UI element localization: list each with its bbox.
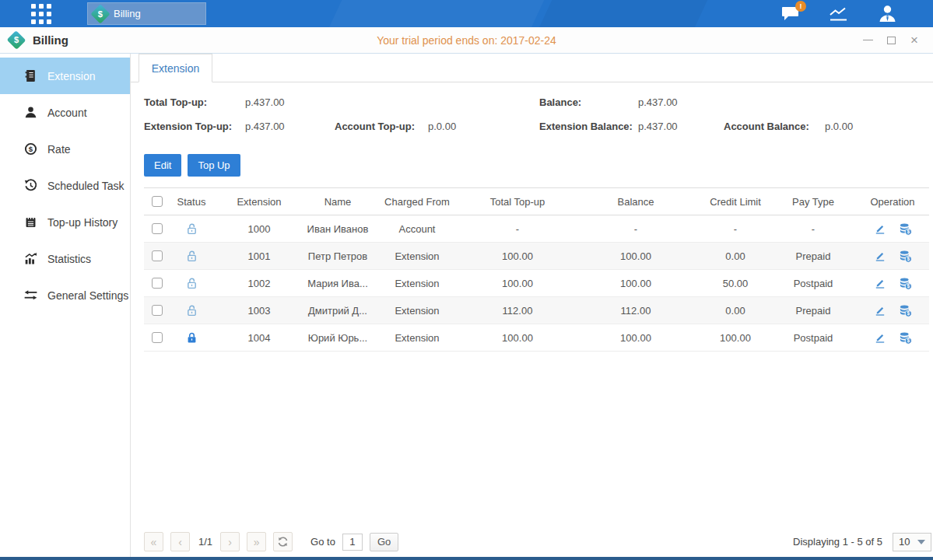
balance-cell: 100.00 (571, 324, 700, 351)
apps-grid-icon[interactable] (29, 2, 54, 26)
table-row: 1000 Иван Иванов Account - - - - $ (144, 215, 929, 243)
unlocked-icon[interactable] (185, 304, 198, 317)
sidebar-item-extension[interactable]: Extension (0, 58, 130, 94)
top-up-icon[interactable]: $ (899, 304, 912, 317)
column-balance: Balance (571, 188, 700, 215)
row-checkbox[interactable] (152, 250, 163, 261)
sidebar-item-topup-history[interactable]: Top-up History (0, 204, 130, 240)
balance-cell: - (571, 215, 700, 242)
row-checkbox[interactable] (152, 278, 163, 289)
messages-icon[interactable]: ! (781, 5, 801, 22)
notebook-icon (23, 215, 37, 229)
top-up-icon[interactable]: $ (899, 277, 912, 290)
window-titlebar: $ Billing Your trial period ends on: 201… (0, 27, 933, 54)
next-page-button[interactable]: › (220, 532, 240, 551)
sidebar-item-label: Statistics (47, 253, 91, 265)
svg-text:$: $ (907, 256, 910, 262)
name-cell: Дмитрий Д... (305, 297, 370, 324)
top-up-icon[interactable]: $ (899, 222, 912, 236)
bar-chart-icon (23, 252, 37, 265)
sidebar-item-rate[interactable]: $ Rate (0, 131, 130, 167)
edit-icon[interactable] (874, 277, 886, 289)
account-balance-value: p.0.00 (825, 121, 853, 132)
total-topup-cell: 100.00 (464, 324, 571, 351)
pay-type-cell: - (770, 215, 856, 242)
statistics-chart-icon[interactable] (829, 5, 850, 23)
locked-icon[interactable] (185, 331, 198, 345)
user-icon[interactable] (878, 5, 897, 23)
charged-from-cell: Extension (370, 297, 464, 324)
sidebar-item-statistics[interactable]: Statistics (0, 240, 130, 277)
extension-cell: 1000 (213, 215, 305, 242)
edit-icon[interactable] (874, 304, 886, 317)
billing-window-icon: $ (7, 30, 26, 50)
tab-extension[interactable]: Extension (139, 54, 212, 82)
balance-cell: 100.00 (571, 270, 700, 296)
balance-cell: 100.00 (571, 243, 700, 269)
maximize-icon[interactable] (885, 34, 897, 47)
extension-cell: 1004 (213, 324, 305, 351)
extension-topup-value: p.437.00 (245, 121, 285, 132)
column-pay-type: Pay Type (770, 188, 856, 215)
desktop-topbar: $ Billing ! (0, 0, 933, 27)
page-indicator: 1/1 (198, 536, 212, 548)
refresh-icon[interactable] (273, 532, 293, 551)
credit-limit-cell: - (700, 215, 770, 242)
main-content: Extension Total Top-up: p.437.00 Balance… (131, 54, 933, 557)
account-balance-label: Account Balance: (724, 121, 809, 132)
top-up-icon[interactable]: $ (899, 250, 912, 263)
top-up-button[interactable]: Top Up (188, 154, 240, 177)
prev-page-button[interactable]: ‹ (170, 532, 190, 551)
row-checkbox[interactable] (152, 305, 163, 316)
sidebar-item-label: Extension (47, 70, 95, 82)
unlocked-icon[interactable] (185, 222, 198, 236)
sidebar-item-scheduled-task[interactable]: Scheduled Task (0, 167, 130, 204)
row-checkbox[interactable] (152, 332, 163, 343)
page-size-select[interactable]: 10 (893, 533, 931, 551)
topbar-decoration (534, 0, 711, 27)
balance-value: p.437.00 (638, 96, 678, 108)
total-topup-cell: 112.00 (464, 297, 571, 324)
sidebar-item-label: Top-up History (47, 216, 118, 229)
page-size-value: 10 (899, 536, 910, 548)
edit-button[interactable]: Edit (144, 154, 181, 177)
table-body: 1000 Иван Иванов Account - - - - $ 1001 … (144, 215, 929, 352)
dollar-circle-icon: $ (23, 142, 37, 156)
sidebar-item-general-settings[interactable]: General Settings (0, 277, 130, 313)
sidebar-item-label: General Settings (47, 289, 128, 302)
table-row: 1001 Петр Петров Extension 100.00 100.00… (144, 243, 929, 270)
edit-icon[interactable] (874, 331, 886, 344)
account-topup-value: p.0.00 (428, 121, 456, 132)
chevron-down-icon (917, 540, 925, 544)
charged-from-cell: Extension (370, 270, 464, 296)
last-page-button[interactable]: » (247, 532, 266, 551)
sidebar-item-label: Account (47, 107, 87, 119)
topbar-decoration (324, 0, 548, 27)
column-name: Name (305, 188, 370, 215)
toolbar: Edit Top Up (144, 154, 933, 177)
goto-page-input[interactable] (342, 534, 363, 551)
name-cell: Юрий Юрь... (305, 324, 370, 351)
top-up-icon[interactable]: $ (899, 331, 912, 345)
svg-text:$: $ (907, 338, 910, 344)
row-checkbox[interactable] (152, 223, 163, 234)
close-icon[interactable]: × (908, 34, 921, 47)
minimize-icon[interactable] (861, 34, 874, 47)
taskbar-item-billing[interactable]: $ Billing (87, 2, 206, 25)
column-operation: Operation (856, 188, 929, 215)
select-all-checkbox[interactable] (152, 196, 163, 207)
name-cell: Иван Иванов (305, 215, 370, 242)
sidebar-item-account[interactable]: Account (0, 94, 130, 131)
svg-text:$: $ (907, 310, 910, 317)
edit-icon[interactable] (874, 222, 886, 235)
go-button[interactable]: Go (370, 533, 398, 551)
table-header: Status Extension Name Charged From Total… (144, 187, 929, 215)
unlocked-icon[interactable] (185, 277, 198, 290)
column-credit-limit: Credit Limit (700, 188, 770, 215)
svg-text:$: $ (28, 145, 33, 153)
first-page-button[interactable]: « (144, 532, 163, 551)
taskbar-item-label: Billing (114, 8, 141, 19)
edit-icon[interactable] (874, 250, 886, 262)
unlocked-icon[interactable] (185, 250, 198, 263)
pay-type-cell: Postpaid (770, 324, 856, 351)
